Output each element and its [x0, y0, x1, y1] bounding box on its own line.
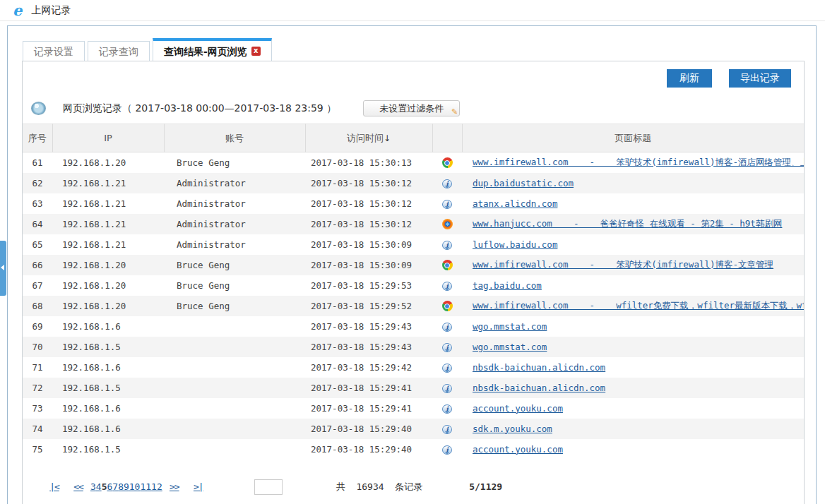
page-title-link[interactable]: account.youku.com	[473, 444, 563, 455]
table-row[interactable]: 75 192.168.1.5 2017-03-18 15:29:40 accou…	[23, 439, 804, 460]
table-row[interactable]: 74 192.168.1.6 2017-03-18 15:29:40 sdk.m…	[23, 419, 804, 439]
col-favicon	[432, 124, 462, 152]
row-visit-time: 2017-03-18 15:29:42	[305, 357, 432, 378]
chrome-favicon-icon	[442, 260, 453, 270]
default-browser-favicon-icon	[442, 200, 452, 209]
row-ip: 192.168.1.20	[52, 275, 164, 296]
page-link-9[interactable]: 9	[124, 481, 129, 492]
page-number-links: 3456789101112	[90, 481, 162, 492]
export-records-button[interactable]: 导出记录	[729, 69, 791, 88]
table-row[interactable]: 64 192.168.1.21 Administrator 2017-03-18…	[23, 214, 804, 234]
page-link-8[interactable]: 8	[118, 481, 124, 492]
row-visit-time: 2017-03-18 15:30:09	[305, 255, 432, 275]
row-index: 75	[23, 439, 52, 460]
table-row[interactable]: 72 192.168.1.5 2017-03-18 15:29:41 nbsdk…	[23, 378, 804, 398]
default-browser-favicon-icon	[442, 425, 452, 434]
table-row[interactable]: 62 192.168.1.21 Administrator 2017-03-18…	[23, 173, 804, 193]
table-row[interactable]: 67 192.168.1.20 Bruce Geng 2017-03-18 15…	[23, 275, 804, 296]
row-visit-time: 2017-03-18 15:29:53	[305, 275, 432, 296]
row-visit-time: 2017-03-18 15:29:43	[305, 316, 432, 337]
row-index: 61	[23, 152, 52, 173]
sidebar-collapse-handle[interactable]	[0, 241, 6, 296]
page-link-10[interactable]: 10	[129, 481, 141, 492]
row-ip: 192.168.1.5	[52, 378, 164, 398]
page-link-7[interactable]: 7	[112, 481, 118, 492]
col-visit-time-label: 访问时间	[347, 133, 384, 143]
page-title-link[interactable]: atanx.alicdn.com	[473, 198, 557, 209]
table-row[interactable]: 68 192.168.1.20 Bruce Geng 2017-03-18 15…	[23, 296, 804, 316]
page-title-link[interactable]: wgo.mmstat.com	[473, 321, 547, 332]
record-range-title: 网页浏览记录（ 2017-03-18 00:00—2017-03-18 23:5…	[63, 102, 336, 115]
row-ip: 192.168.1.21	[52, 193, 164, 214]
row-visit-time: 2017-03-18 15:29:41	[305, 378, 432, 398]
page-link-12[interactable]: 12	[151, 481, 162, 492]
page-title-link[interactable]: dup.baidustatic.com	[473, 178, 574, 188]
page-indicator: 5/1129	[469, 481, 502, 492]
pagination: |< << 3456789101112 >> >| 共 16934 条记录 5/…	[42, 479, 804, 495]
row-visit-time: 2017-03-18 15:30:12	[305, 214, 432, 234]
page-link-4[interactable]: 4	[96, 481, 102, 492]
table-row[interactable]: 66 192.168.1.20 Bruce Geng 2017-03-18 15…	[23, 255, 804, 275]
row-account: Administrator	[164, 193, 305, 214]
refresh-button[interactable]: 刷新	[667, 69, 712, 88]
page-title-link[interactable]: nbsdk-baichuan.alicdn.com	[473, 383, 605, 393]
row-ip: 192.168.1.5	[52, 337, 164, 357]
tab-record-settings[interactable]: 记录设置	[23, 41, 85, 62]
page-title-link[interactable]: sdk.m.youku.com	[473, 424, 552, 434]
page-link-11[interactable]: 11	[140, 481, 151, 492]
total-records-text: 共 16934 条记录	[336, 481, 422, 493]
row-ip: 192.168.1.20	[52, 255, 164, 275]
last-page-button[interactable]: >|	[186, 481, 210, 492]
row-ip: 192.168.1.6	[52, 316, 164, 337]
prev-page-button[interactable]: <<	[66, 481, 90, 492]
page-jump-input[interactable]	[254, 479, 283, 495]
col-visit-time[interactable]: 访问时间↓	[305, 124, 432, 152]
close-icon[interactable]: x	[251, 47, 261, 56]
app-header: e 上网记录	[0, 0, 825, 21]
page-title-link[interactable]: www.imfirewall.com - 笨驴技术(imfirewall)博客-…	[473, 157, 804, 167]
page-link-3[interactable]: 3	[90, 481, 96, 492]
ie-logo-icon: e	[13, 3, 21, 18]
table-row[interactable]: 65 192.168.1.21 Administrator 2017-03-18…	[23, 234, 804, 255]
filter-condition-button[interactable]: 未设置过滤条件 ✎	[363, 100, 460, 116]
row-ip: 192.168.1.6	[52, 419, 164, 439]
table-row[interactable]: 63 192.168.1.21 Administrator 2017-03-18…	[23, 193, 804, 214]
tab-bar: 记录设置 记录查询 查询结果-网页浏览 x	[8, 26, 816, 61]
page-title-link[interactable]: nbsdk-baichuan.alicdn.com	[473, 362, 605, 373]
row-index: 68	[23, 296, 52, 316]
page-title-link[interactable]: wgo.mmstat.com	[473, 342, 547, 352]
page-title-link[interactable]: www.hanjucc.com - 爸爸好奇怪 在线观看 - 第2集 - h9t…	[473, 218, 782, 229]
default-browser-favicon-icon	[442, 282, 452, 291]
col-page-title: 页面标题	[462, 124, 804, 152]
firefox-favicon-icon	[442, 219, 453, 229]
row-ip: 192.168.1.21	[52, 173, 164, 193]
default-browser-favicon-icon	[442, 364, 452, 373]
next-page-button[interactable]: >>	[162, 481, 186, 492]
table-row[interactable]: 71 192.168.1.6 2017-03-18 15:29:42 nbsdk…	[23, 357, 804, 378]
page-title-link[interactable]: luflow.baidu.com	[473, 239, 557, 250]
table-row[interactable]: 73 192.168.1.6 2017-03-18 15:29:41 accou…	[23, 398, 804, 419]
row-visit-time: 2017-03-18 15:29:41	[305, 398, 432, 419]
row-account	[164, 357, 305, 378]
row-account: Administrator	[164, 214, 305, 234]
col-account: 账号	[164, 124, 305, 152]
row-index: 71	[23, 357, 52, 378]
globe-icon	[31, 102, 46, 115]
page-title-link[interactable]: www.imfirewall.com - wfilter免费下载，wfilter…	[473, 300, 804, 311]
row-visit-time: 2017-03-18 15:29:40	[305, 419, 432, 439]
tab-label: 记录查询	[99, 46, 138, 57]
page-title-link[interactable]: tag.baidu.com	[473, 280, 542, 291]
table-row[interactable]: 61 192.168.1.20 Bruce Geng 2017-03-18 15…	[23, 152, 804, 173]
row-visit-time: 2017-03-18 15:30:13	[305, 152, 432, 173]
row-index: 74	[23, 419, 52, 439]
default-browser-favicon-icon	[442, 179, 452, 188]
row-account	[164, 378, 305, 398]
row-index: 70	[23, 337, 52, 357]
page-title-link[interactable]: www.imfirewall.com - 笨驴技术(imfirewall)博客-…	[473, 259, 773, 270]
table-row[interactable]: 69 192.168.1.6 2017-03-18 15:29:43 wgo.m…	[23, 316, 804, 337]
tab-record-query[interactable]: 记录查询	[88, 41, 150, 62]
first-page-button[interactable]: |<	[42, 481, 66, 492]
tab-query-result-web-browsing[interactable]: 查询结果-网页浏览 x	[153, 38, 272, 62]
page-title-link[interactable]: account.youku.com	[473, 403, 563, 414]
table-row[interactable]: 70 192.168.1.5 2017-03-18 15:29:43 wgo.m…	[23, 337, 804, 357]
